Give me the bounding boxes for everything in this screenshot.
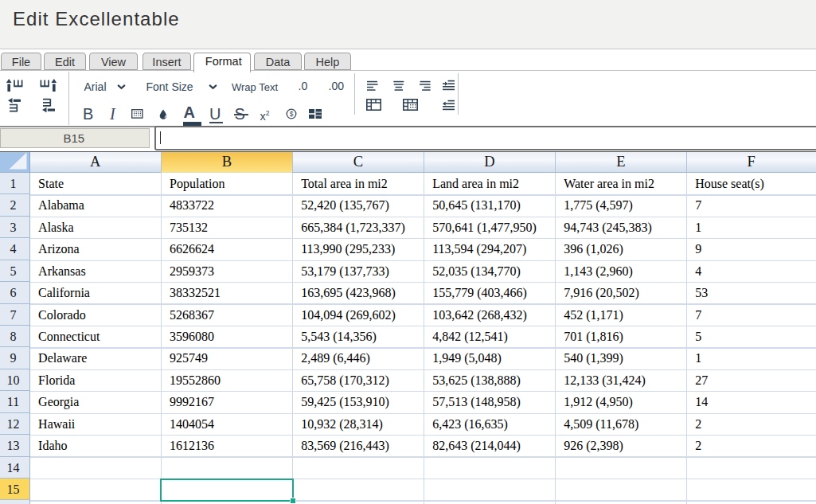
svg-text:$: $ xyxy=(290,110,294,118)
